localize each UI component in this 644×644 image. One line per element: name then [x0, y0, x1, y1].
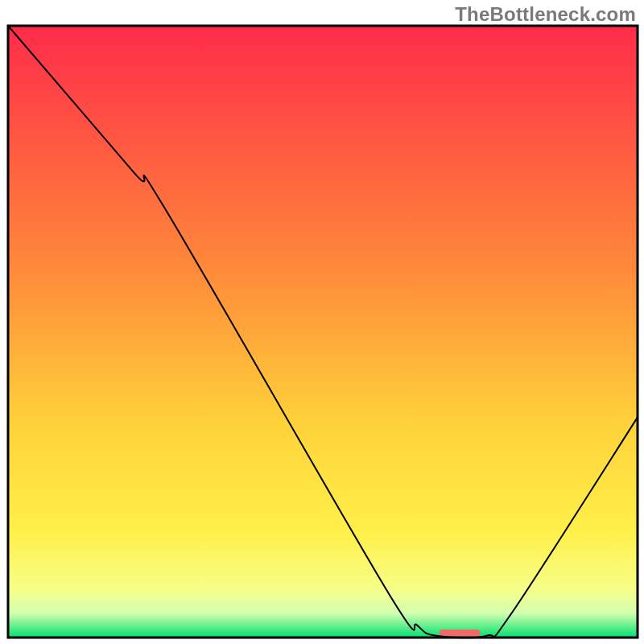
chart-container: TheBottleneck.com — [0, 0, 644, 644]
minimum-marker — [440, 630, 481, 637]
plot-background — [8, 26, 638, 638]
watermark-label: TheBottleneck.com — [455, 3, 636, 26]
bottleneck-chart — [0, 0, 644, 644]
